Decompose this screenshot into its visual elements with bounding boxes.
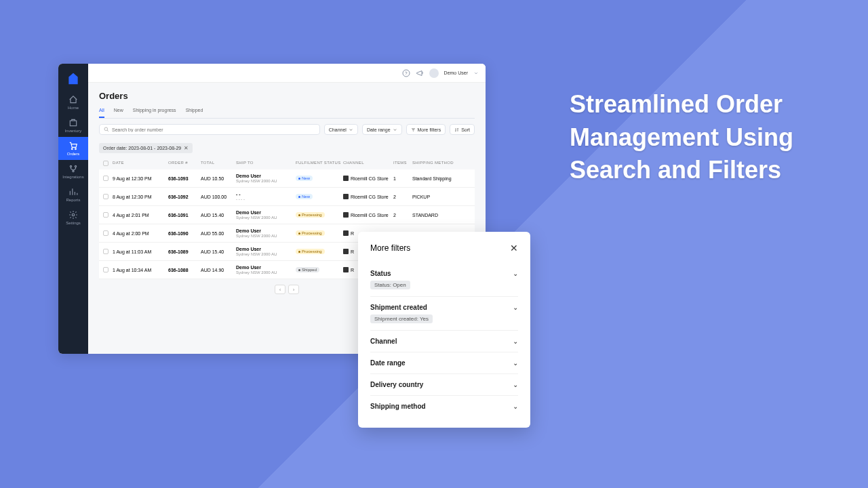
table-row[interactable]: 8 Aug at 12:30 PM 636-1092 AUD 100.00 - … [99,188,475,206]
svg-point-4 [75,165,76,167]
col-method: SHIPPING METHOD [412,161,471,166]
daterange-filter[interactable]: Date range [362,124,402,135]
row-checkbox[interactable] [103,212,108,218]
chevron-down-icon[interactable]: ⌄ [513,270,518,277]
row-checkbox[interactable] [103,249,108,254]
cell-status: New [296,194,343,200]
cell-order: 636-1088 [168,268,201,272]
next-page[interactable]: › [288,285,299,294]
svg-rect-0 [70,121,76,126]
row-checkbox[interactable] [103,194,108,199]
chevron-down-icon[interactable]: ⌄ [513,403,518,410]
channel-icon [343,194,349,199]
tab-shipped[interactable]: Shipped [186,108,203,118]
chevron-down-icon[interactable] [473,70,479,76]
nav-reports[interactable]: Reports [58,183,88,206]
search-icon [104,127,109,132]
tab-shipping[interactable]: Shipping in progress [133,108,176,118]
table-row[interactable]: 4 Aug at 2:01 PM 636-1091 AUD 15.40 Demo… [99,206,475,224]
filter-label: Shipment created [370,304,433,311]
channel-icon [343,212,349,218]
cell-order: 636-1093 [168,176,201,181]
panel-title: More filters [370,243,410,253]
cell-items: 1 [393,176,412,181]
nav-settings[interactable]: Settings [58,206,88,229]
cell-status: Processing [296,212,343,218]
row-checkbox[interactable] [103,230,108,236]
svg-point-5 [73,170,74,171]
more-filters-panel: More filters ✕ StatusStatus: Open⌄Shipme… [358,232,530,428]
tabs: All New Shipping in progress Shipped [99,108,475,119]
nav-label: Integrations [62,175,83,179]
filter-section[interactable]: Date range⌄ [370,352,518,374]
announce-icon[interactable] [416,69,424,77]
sort-button[interactable]: Sort [450,124,475,135]
more-filters-button[interactable]: More filters [406,124,446,135]
row-checkbox[interactable] [103,267,108,272]
col-date: DATE [113,161,168,166]
tab-new[interactable]: New [114,108,123,118]
filter-label: Delivery country [370,381,423,388]
nav-label: Home [68,106,79,110]
cell-shipto: Demo UserSydney NSW 2000 AU [236,210,296,220]
nav-inventory[interactable]: Inventory [58,114,88,137]
chevron-down-icon[interactable]: ⌄ [513,359,518,367]
sidebar: Home Inventory Orders Integrations Repor… [58,64,88,354]
filter-label: Status [370,270,410,277]
filter-section[interactable]: StatusStatus: Open⌄ [370,263,518,297]
nav-label: Settings [66,221,81,225]
cell-shipto: Demo UserSydney NSW 2000 AU [236,265,296,274]
cell-total: AUD 55.00 [201,231,236,236]
col-ship: SHIP TO [236,161,296,166]
cell-status: Processing [296,230,343,237]
chevron-down-icon[interactable]: ⌄ [513,304,518,311]
channel-filter[interactable]: Channel [324,124,358,135]
nav-home[interactable]: Home [58,91,88,114]
cell-date: 1 Aug at 11:03 AM [113,249,168,254]
search-box[interactable] [99,124,320,135]
filter-section[interactable]: Shipping method⌄ [370,396,518,417]
filter-icon [411,127,416,132]
avatar[interactable] [429,68,439,78]
cell-order: 636-1091 [168,213,201,218]
nav-integrations[interactable]: Integrations [58,160,88,183]
filter-label: Shipping method [370,403,426,410]
hero-text: Streamlined Order Management Using Searc… [570,88,814,187]
nav-orders[interactable]: Orders [58,137,88,160]
filter-section[interactable]: Shipment createdShipment created: Yes⌄ [370,297,518,331]
close-icon[interactable]: ✕ [184,145,189,151]
svg-point-7 [403,70,410,77]
sort-icon [454,127,459,132]
tab-all[interactable]: All [99,108,104,118]
filter-bar: Channel Date range More filters Sort [99,124,475,135]
help-icon[interactable] [402,69,410,77]
chevron-down-icon[interactable]: ⌄ [513,381,518,388]
chevron-down-icon[interactable]: ⌄ [513,338,518,345]
filter-section[interactable]: Channel⌄ [370,331,518,352]
prev-page[interactable]: ‹ [275,285,285,294]
svg-point-6 [72,214,75,216]
active-filter-chip[interactable]: Order date: 2023-08-01 - 2023-08-29 ✕ [99,143,193,153]
cell-total: AUD 15.40 [201,249,236,254]
table-row[interactable]: 9 Aug at 12:30 PM 636-1093 AUD 10.50 Dem… [99,169,475,188]
channel-icon [343,230,349,236]
cell-shipto: Demo UserSydney NSW 2000 AU [236,247,296,256]
cell-order: 636-1090 [168,231,201,236]
search-input[interactable] [112,127,315,132]
cell-method: STANDARD [412,213,471,218]
filter-section[interactable]: Delivery country⌄ [370,374,518,396]
select-all-checkbox[interactable] [103,161,108,166]
cell-method: Standard Shipping [412,176,471,181]
svg-point-3 [70,165,71,167]
cell-channel: Ricemill CG Store [343,212,393,218]
row-checkbox[interactable] [103,176,108,181]
user-name: Demo User [444,70,468,75]
cell-method: PICKUP [412,195,471,199]
topbar: Demo User [88,64,486,83]
nav-label: Orders [67,152,79,156]
cell-shipto: Demo UserSydney NSW 2000 AU [236,228,296,238]
col-items: ITEMS [393,161,412,166]
col-total: TOTAL [201,161,236,166]
close-icon[interactable]: ✕ [510,243,518,253]
cell-date: 1 Aug at 10:34 AM [113,268,168,272]
